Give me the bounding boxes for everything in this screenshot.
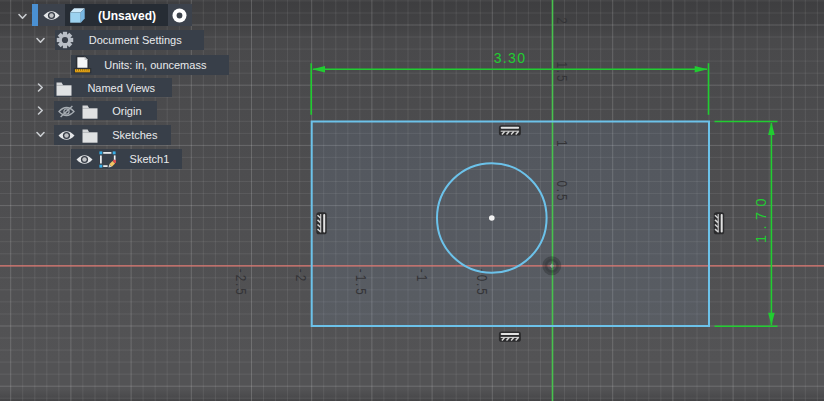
- svg-text:1.70: 1.70: [753, 193, 769, 243]
- svg-text:-2: -2: [293, 269, 310, 283]
- svg-text:-1: -1: [413, 269, 430, 283]
- svg-text:-2.5: -2.5: [233, 269, 250, 297]
- svg-text:1.5: 1.5: [554, 61, 571, 83]
- svg-text:3.30: 3.30: [494, 50, 526, 66]
- svg-text:-1.5: -1.5: [353, 269, 370, 297]
- svg-text:0.5: 0.5: [554, 180, 571, 202]
- svg-text:2: 2: [554, 17, 571, 25]
- svg-text:1: 1: [554, 140, 571, 148]
